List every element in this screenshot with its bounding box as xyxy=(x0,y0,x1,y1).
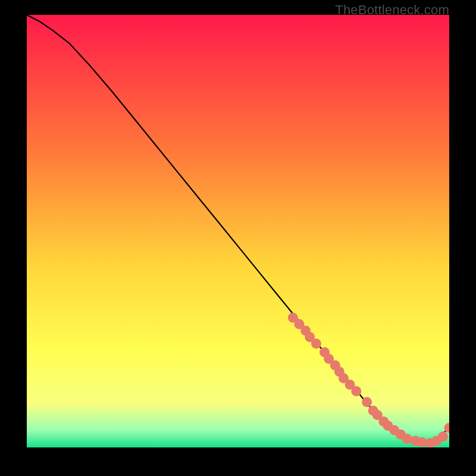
data-marker xyxy=(311,339,321,349)
data-marker xyxy=(438,431,448,441)
data-marker xyxy=(362,397,372,407)
chart-svg xyxy=(27,15,449,447)
plot-area xyxy=(27,15,449,447)
data-marker xyxy=(351,386,361,396)
data-marker xyxy=(402,434,412,444)
chart-container: TheBottleneck.com xyxy=(0,0,476,476)
gradient-background xyxy=(27,15,449,447)
